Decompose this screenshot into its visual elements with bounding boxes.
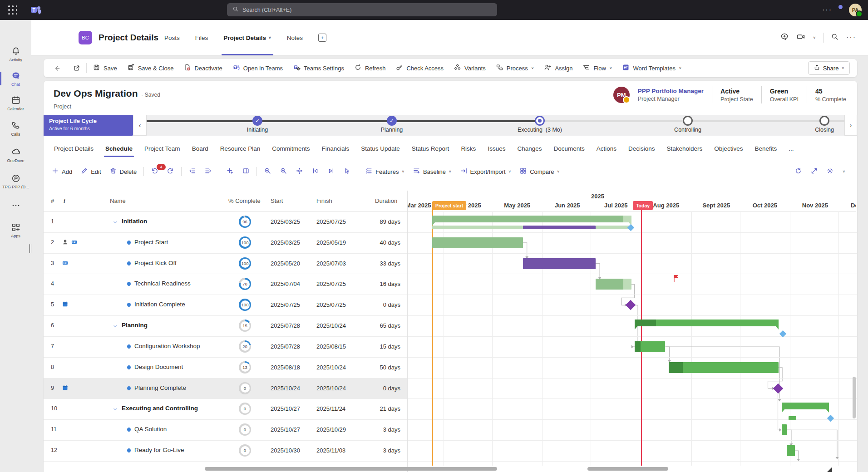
subtab-decisions[interactable]: Decisions	[622, 139, 661, 158]
rollup-segment[interactable]	[596, 226, 631, 229]
bpf-stage-controlling[interactable]: Controlling	[642, 115, 733, 133]
bpf-stage-box[interactable]: Project Life Cycle Active for 6 months	[44, 115, 133, 136]
task-bar[interactable]	[523, 258, 596, 269]
subtab-resource-plan[interactable]: Resource Plan	[214, 139, 266, 158]
task-bar[interactable]	[787, 445, 795, 456]
assign-button[interactable]: Assign	[539, 59, 577, 77]
flow-button[interactable]: Flow∨	[577, 59, 617, 77]
subtab-actions[interactable]: Actions	[591, 139, 622, 158]
sidebar-item-onedrive[interactable]: OneDrive	[0, 147, 31, 170]
subtab-schedule[interactable]: Schedule	[99, 139, 138, 158]
tab-files[interactable]: Files	[195, 20, 208, 55]
table-row[interactable]: 1Initiation962025/03/252025/07/2589 days	[44, 211, 407, 232]
chevron-down-icon[interactable]	[113, 323, 118, 331]
column-header-Name[interactable]: Name	[110, 197, 126, 204]
subtab-status-update[interactable]: Status Update	[355, 139, 406, 158]
column-header-i[interactable]: i	[64, 197, 65, 205]
add-tab-button[interactable]: +	[318, 20, 326, 55]
skipstart-button[interactable]	[307, 162, 323, 181]
zoomout-button[interactable]	[260, 162, 276, 181]
summary-bar[interactable]	[782, 403, 829, 409]
outdent-button[interactable]	[184, 162, 200, 181]
expand-button[interactable]	[810, 167, 818, 177]
indent-button[interactable]	[200, 162, 216, 181]
delete-button[interactable]: Delete	[105, 162, 141, 181]
reload-button[interactable]	[794, 167, 802, 177]
subtab-project-team[interactable]: Project Team	[138, 139, 186, 158]
rail-splitter-handle[interactable]	[29, 244, 31, 253]
table-row[interactable]: 3Project Kick Off1002025/05/202025/07/03…	[44, 253, 407, 274]
tab-notes[interactable]: Notes	[287, 20, 303, 55]
summary-bar[interactable]	[635, 320, 779, 326]
subtab-benefits[interactable]: Benefits	[749, 139, 783, 158]
table-row[interactable]: 5Initiation Complete1002025/07/252025/07…	[44, 295, 407, 315]
sidebar-item-more[interactable]	[0, 201, 31, 223]
table-row[interactable]: 12Ready for Go-Live02025/10/302025/11/03…	[44, 440, 407, 461]
process-button[interactable]: Process∨	[491, 59, 539, 77]
column-header-%Complete[interactable]: % Complete	[228, 197, 261, 204]
subtab-status-report[interactable]: Status Report	[406, 139, 455, 158]
column-header-Finish[interactable]: Finish	[316, 197, 332, 204]
add-button[interactable]: Add	[47, 162, 76, 181]
subtab-issues[interactable]: Issues	[482, 139, 511, 158]
grid-hscrollbar-thumb[interactable]	[205, 467, 497, 471]
channel-chat-icon[interactable]	[780, 32, 789, 43]
bpf-stage-initiating[interactable]: ✓Initiating	[212, 115, 303, 133]
owner-name-link[interactable]: PPP Portfolio Manager	[638, 88, 704, 94]
bpf-stage-planning[interactable]: ✓Planning	[346, 115, 437, 133]
column-header-Duration[interactable]: Duration	[375, 197, 397, 204]
baseline-button[interactable]: Baseline∨	[409, 162, 455, 181]
subtab-risks[interactable]: Risks	[455, 139, 482, 158]
gantt-vscrollbar-thumb[interactable]	[853, 377, 856, 418]
share-button[interactable]: Share∨	[808, 61, 850, 75]
teams-settings-button[interactable]: Teams Settings	[288, 59, 349, 77]
table-row[interactable]: 11QA Solution02025/10/272025/10/293 days	[44, 419, 407, 440]
subtab-objectives[interactable]: Objectives	[708, 139, 749, 158]
fit-button[interactable]	[291, 162, 307, 181]
subtab-stakeholders[interactable]: Stakeholders	[661, 139, 709, 158]
sidebar-item-activity[interactable]: Activity	[0, 46, 31, 69]
table-row[interactable]: 10Executing and Controlling02025/10/2720…	[44, 398, 407, 419]
bpf-prev-chevron[interactable]: ‹	[133, 115, 147, 136]
gantt-hscrollbar-thumb[interactable]	[587, 467, 668, 471]
table-row[interactable]: 9Planning Complete02025/10/242025/10/240…	[44, 378, 407, 399]
sidebar-item-apps[interactable]: Apps	[0, 222, 31, 245]
column-header-Start[interactable]: Start	[271, 197, 283, 204]
table-row[interactable]: 6Planning152025/07/282025/10/2465 days	[44, 315, 407, 336]
table-row[interactable]: 2Project Start1002025/03/252025/05/1940 …	[44, 232, 407, 253]
subtab-documents[interactable]: Documents	[547, 139, 590, 158]
rollup-segment[interactable]	[432, 226, 523, 229]
waffle-menu-icon[interactable]	[8, 5, 18, 15]
sidebar-item-calendar[interactable]: Calendar	[0, 95, 31, 118]
header-search-icon[interactable]	[831, 33, 839, 43]
panel-button[interactable]	[238, 162, 254, 181]
meet-video-icon[interactable]	[796, 32, 805, 43]
chevron-down-icon[interactable]	[113, 406, 118, 414]
undo-button[interactable]: 4	[147, 162, 163, 181]
table-row[interactable]: 7Configuration Workshop202025/07/282025/…	[44, 336, 407, 357]
subtab--[interactable]: ...	[783, 139, 799, 158]
deactivate-button[interactable]: Deactivate	[178, 59, 227, 77]
titlebar-more-icon[interactable]: ···	[822, 6, 832, 14]
rollup-segment[interactable]	[789, 416, 797, 420]
tab-posts[interactable]: Posts	[164, 20, 180, 55]
save-close-button[interactable]: Save & Close	[122, 59, 179, 77]
bpf-stage-executing[interactable]: Executing (3 Mo)	[494, 115, 585, 133]
tab-project-details[interactable]: Project Details∨	[223, 20, 271, 55]
rollup-segment[interactable]	[523, 226, 596, 229]
table-row[interactable]: 8Design Document132025/08/182025/10/2450…	[44, 357, 407, 378]
refresh-button[interactable]: Refresh	[349, 59, 391, 77]
back-button[interactable]	[48, 59, 66, 77]
open-in-teams-button[interactable]: Open in Teams	[227, 59, 288, 77]
sidebar-item-chat[interactable]: Chat	[0, 71, 31, 93]
gantt-pane[interactable]: Mar 2025Apr 2025May 2025Jun 2025Jul 2025…	[407, 191, 856, 472]
zoomin-button[interactable]	[276, 162, 291, 181]
subtab-board[interactable]: Board	[186, 139, 214, 158]
search-input[interactable]: Search (Ctrl+Alt+E)	[227, 3, 497, 16]
user-avatar[interactable]: PA	[849, 4, 862, 16]
summary-bar[interactable]	[432, 216, 631, 222]
redo-button[interactable]	[163, 162, 178, 181]
compare-button[interactable]: Compare∨	[515, 162, 564, 181]
chevron-down-icon[interactable]	[113, 219, 118, 227]
task-bar[interactable]	[782, 424, 787, 435]
